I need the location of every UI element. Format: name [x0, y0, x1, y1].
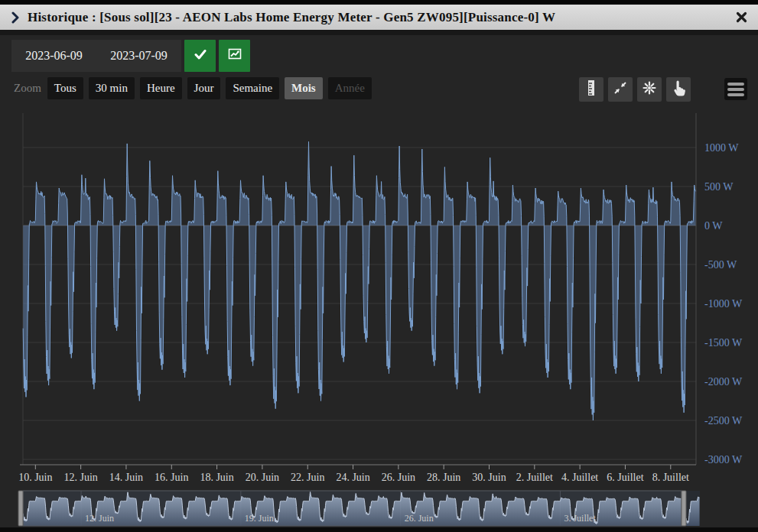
y-axis-label: -1500 W	[704, 337, 743, 349]
export-menu-button[interactable]	[724, 78, 747, 100]
scale-toggle-button[interactable]	[579, 77, 603, 102]
window-bottom-edge	[0, 527, 758, 532]
x-axis-label: 10. Juin	[18, 472, 52, 483]
zoom-button-tous[interactable]: Tous	[47, 77, 83, 99]
compress-arrows-icon	[608, 76, 633, 103]
zoom-bar: Zoom Tous 30 min Heure Jour Semaine Mois…	[14, 77, 377, 99]
x-axis-label: 2. Juillet	[516, 472, 553, 483]
x-axis-label: 22. Juin	[291, 472, 324, 483]
options-button[interactable]	[637, 77, 662, 102]
chart-svg: 1000 W500 W0 W-500 W-1000 W-1500 W-2000 …	[0, 113, 758, 532]
x-axis-label: 20. Juin	[246, 472, 279, 483]
x-axis-label: 18. Juin	[200, 472, 233, 483]
hand-pointer-icon	[666, 76, 691, 103]
zoom-button-mois[interactable]: Mois	[285, 77, 323, 99]
dialog-title: Historique : [Sous sol][23 - AEON Labs H…	[28, 10, 555, 25]
chart-toolbar	[579, 77, 695, 102]
apply-date-button[interactable]	[184, 40, 216, 72]
date-from-input[interactable]: 2023-06-09	[11, 49, 96, 63]
shrink-chart-button[interactable]	[608, 77, 633, 102]
y-axis-label: -2000 W	[704, 376, 743, 388]
y-axis-label: 1000 W	[704, 142, 739, 154]
plot-area[interactable]	[23, 113, 696, 465]
y-axis-label: -3000 W	[704, 454, 743, 466]
x-axis-label: 6. Juillet	[607, 472, 643, 483]
date-range-box: 2023-06-09 2023-07-09	[11, 40, 181, 72]
x-axis-label: 26. Juin	[382, 472, 415, 483]
x-axis-label: 8. Juillet	[652, 472, 689, 483]
navigator-handle-right[interactable]	[682, 491, 686, 526]
check-icon	[193, 47, 208, 65]
x-axis-label: 16. Juin	[155, 472, 188, 483]
header-divider	[0, 30, 758, 35]
chevron-right-icon	[11, 11, 20, 24]
zoom-button-jour[interactable]: Jour	[187, 77, 221, 99]
x-axis-label: 12. Juin	[63, 472, 97, 483]
pointer-mode-button[interactable]	[666, 77, 691, 102]
x-axis-label: 28. Juin	[427, 472, 460, 483]
dialog-header: Historique : [Sous sol][23 - AEON Labs H…	[0, 5, 758, 30]
x-axis-label: 30. Juin	[472, 472, 506, 483]
zoom-label: Zoom	[14, 82, 41, 95]
close-icon[interactable]	[736, 11, 747, 23]
navigator-handle-left[interactable]	[18, 491, 23, 526]
zoom-button-heure[interactable]: Heure	[140, 77, 182, 99]
zoom-button-annee[interactable]: Année	[328, 77, 372, 99]
asterisk-icon	[637, 76, 662, 103]
y-axis-label: -1000 W	[704, 298, 743, 310]
y-axis-label: -2500 W	[704, 415, 743, 427]
ruler-icon	[579, 76, 603, 103]
y-axis-label: 500 W	[704, 181, 734, 193]
plot-graph-button[interactable]	[219, 40, 250, 72]
x-axis-label: 24. Juin	[336, 472, 369, 483]
date-range-row: 2023-06-09 2023-07-09	[11, 40, 250, 72]
y-axis-label: 0 W	[704, 220, 723, 232]
history-chart[interactable]: 1000 W500 W0 W-500 W-1000 W-1500 W-2000 …	[0, 113, 758, 532]
chart-line-icon	[227, 47, 242, 65]
zoom-button-30min[interactable]: 30 min	[89, 77, 135, 99]
x-axis-label: 14. Juin	[109, 472, 143, 483]
x-axis-label: 4. Juillet	[561, 472, 598, 483]
y-axis-label: -500 W	[704, 259, 737, 271]
date-to-input[interactable]: 2023-07-09	[96, 49, 181, 63]
zoom-button-semaine[interactable]: Semaine	[226, 77, 279, 99]
navigator-selected-range[interactable]	[23, 491, 682, 526]
